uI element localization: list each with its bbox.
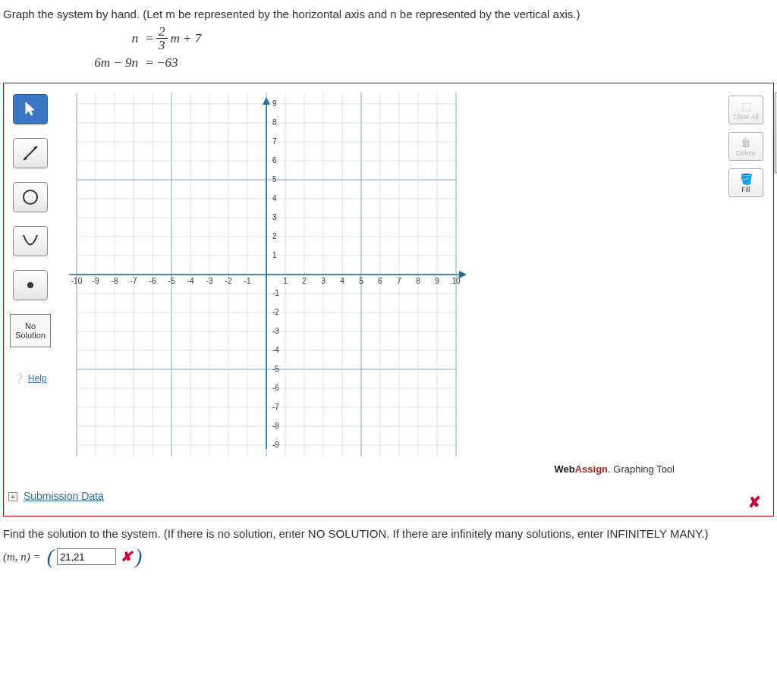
svg-text:8: 8 [272, 118, 277, 127]
svg-text:-1: -1 [272, 289, 279, 297]
svg-text:-5: -5 [272, 365, 279, 373]
right-toolbar: ⬚ Clear All 🗑 Delete 🪣 Fill [725, 88, 767, 475]
svg-text:-5: -5 [168, 277, 175, 285]
svg-text:2: 2 [272, 232, 277, 240]
eq1-lhs: n [76, 31, 143, 46]
svg-text:3: 3 [272, 213, 277, 221]
parabola-icon [20, 231, 40, 251]
svg-text:-10: -10 [71, 277, 83, 285]
line-icon [20, 143, 40, 163]
eq2-rhs: −63 [156, 55, 178, 71]
fill-icon: 🪣 [740, 173, 753, 185]
paren-close: ) [132, 545, 145, 569]
line-tool[interactable] [13, 138, 48, 168]
svg-text:-3: -3 [272, 327, 279, 335]
delete-button[interactable]: 🗑 Delete [728, 132, 763, 161]
svg-text:-4: -4 [187, 277, 194, 285]
trash-icon: 🗑 [741, 137, 751, 149]
svg-text:4: 4 [340, 277, 344, 285]
svg-text:-2: -2 [272, 308, 279, 316]
svg-text:-1: -1 [244, 277, 251, 285]
fill-button[interactable]: 🪣 Fill [728, 168, 763, 197]
point-tool[interactable] [13, 270, 48, 300]
clear-icon: ⬚ [741, 100, 751, 112]
circle-tool[interactable] [13, 182, 48, 212]
svg-text:-8: -8 [272, 422, 279, 430]
svg-text:-6: -6 [272, 384, 279, 392]
eq2-lhs: 6m − 9n [76, 55, 143, 71]
svg-text:9: 9 [272, 99, 277, 108]
eq1-fraction: 2 3 [156, 25, 168, 53]
svg-text:5: 5 [359, 277, 363, 285]
svg-marker-48 [263, 97, 270, 105]
graphing-tool: No Solution ❔ Help -10-9-8-7-6-5-4-3-2-1… [3, 83, 774, 516]
question-text: Graph the system by hand. (Let m be repr… [3, 8, 774, 20]
svg-text:-8: -8 [112, 277, 118, 285]
svg-text:7: 7 [272, 137, 277, 146]
svg-text:7: 7 [397, 277, 401, 285]
svg-text:-6: -6 [149, 277, 156, 285]
svg-text:-7: -7 [272, 403, 279, 411]
paren-open: ( [44, 545, 57, 569]
svg-text:-3: -3 [206, 277, 213, 285]
graph-canvas[interactable]: -10-9-8-7-6-5-4-3-2-112345678910-10-9-8-… [52, 88, 725, 475]
pointer-icon [24, 102, 36, 117]
pointer-tool[interactable] [13, 94, 48, 124]
svg-text:6: 6 [272, 156, 277, 165]
eq-sign: = [143, 55, 156, 71]
help-link[interactable]: ❔ Help [14, 373, 46, 384]
svg-text:-9: -9 [93, 277, 99, 285]
svg-text:2: 2 [302, 277, 307, 285]
coordinate-grid: -10-9-8-7-6-5-4-3-2-112345678910-10-9-8-… [61, 93, 471, 457]
svg-text:8: 8 [416, 277, 420, 285]
circle-icon [20, 187, 40, 207]
svg-text:-4: -4 [272, 346, 279, 354]
answer-label: (m, n) = [3, 551, 41, 563]
svg-point-4 [27, 282, 33, 288]
svg-text:1: 1 [283, 277, 288, 285]
bottom-question: Find the solution to the system. (If the… [3, 527, 774, 540]
svg-text:10: 10 [451, 277, 461, 285]
no-solution-button[interactable]: No Solution [10, 314, 51, 347]
answer-row: (m, n) = ( ✘ ) [3, 545, 774, 569]
point-icon [26, 281, 35, 290]
expand-icon: + [8, 492, 17, 501]
answer-input[interactable] [57, 548, 116, 565]
svg-text:5: 5 [272, 175, 277, 184]
svg-text:-2: -2 [225, 277, 232, 285]
brand-label: WebAssign. Graphing Tool [61, 463, 675, 475]
left-toolbar: No Solution ❔ Help [8, 88, 52, 475]
incorrect-icon: ✘ [748, 493, 761, 511]
svg-text:4: 4 [272, 194, 277, 202]
svg-text:-7: -7 [131, 277, 137, 285]
eq1-tail: m + 7 [171, 31, 202, 46]
submission-data-link[interactable]: + Submission Data [8, 490, 767, 502]
svg-text:3: 3 [321, 277, 326, 285]
svg-text:9: 9 [435, 277, 439, 285]
svg-text:-9: -9 [272, 441, 279, 449]
svg-text:6: 6 [378, 277, 382, 285]
clear-all-button[interactable]: ⬚ Clear All [728, 96, 763, 124]
equation-block: n = 2 3 m + 7 6m − 9n = −63 [76, 27, 774, 75]
parabola-tool[interactable] [13, 226, 48, 256]
eq-sign: = [143, 31, 156, 46]
svg-text:1: 1 [272, 251, 277, 259]
svg-point-3 [24, 190, 37, 204]
incorrect-icon: ✘ [121, 548, 132, 565]
